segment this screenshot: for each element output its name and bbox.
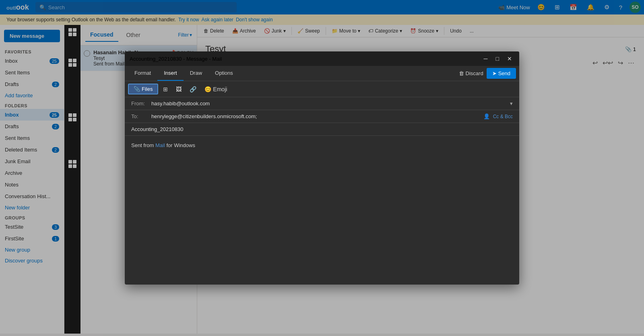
files-icon: 📎 — [134, 86, 140, 92]
from-field: From: hasy.habib@outlook.com ▾ — [125, 97, 519, 110]
discard-icon: 🗑 — [459, 70, 464, 76]
to-value: henrylegge@citizenbuilders.onmicrosoft.c… — [151, 113, 483, 119]
from-value: hasy.habib@outlook.com — [151, 100, 507, 107]
mail-link[interactable]: Mail — [155, 142, 165, 148]
send-icon: ➤ — [492, 70, 497, 76]
compose-content-area[interactable]: Sent from Mail for Windows — [125, 136, 519, 285]
compose-window-controls: ─ □ ✕ — [481, 55, 514, 63]
from-dropdown-icon[interactable]: ▾ — [510, 100, 513, 107]
table-button[interactable]: ⊞ — [160, 84, 171, 94]
cc-bcc-button[interactable]: Cc & Bcc — [493, 114, 513, 119]
compose-tab-draw[interactable]: Draw — [184, 66, 208, 81]
from-label: From: — [131, 100, 151, 107]
compose-titlebar: Accounting_20210830 - Message - Mail ─ □… — [125, 51, 519, 66]
image-button[interactable]: 🖼 — [173, 84, 185, 94]
discard-button[interactable]: 🗑 Discard — [459, 70, 483, 76]
compose-overlay: Accounting_20210830 - Message - Mail ─ □… — [0, 0, 644, 336]
to-label: To: — [131, 113, 151, 119]
emoji-button[interactable]: 😊 Emoji — [201, 84, 230, 94]
emoji-icon: 😊 — [204, 86, 211, 92]
subject-field[interactable]: Accounting_20210830 — [125, 123, 519, 136]
link-button[interactable]: 🔗 — [186, 84, 200, 94]
compose-signature: Sent from Mail for Windows — [131, 142, 513, 148]
compose-window: Accounting_20210830 - Message - Mail ─ □… — [125, 51, 519, 285]
compose-tabs: Format Insert Draw Options 🗑 Discard ➤ S… — [125, 66, 519, 81]
compose-minimize-button[interactable]: ─ — [481, 55, 490, 63]
compose-tab-format[interactable]: Format — [128, 66, 157, 81]
compose-maximize-button[interactable]: □ — [493, 55, 502, 63]
compose-close-button[interactable]: ✕ — [505, 55, 514, 63]
compose-toolbar: 📎 Files ⊞ 🖼 🔗 😊 Emoji — [125, 81, 519, 97]
compose-body: From: hasy.habib@outlook.com ▾ To: henry… — [125, 97, 519, 285]
to-field[interactable]: To: henrylegge@citizenbuilders.onmicroso… — [125, 110, 519, 123]
compose-tab-insert[interactable]: Insert — [157, 66, 184, 81]
compose-title: Accounting_20210830 - Message - Mail — [130, 56, 222, 62]
people-icon: 👤 — [483, 113, 490, 119]
files-button[interactable]: 📎 Files — [128, 84, 158, 94]
send-button[interactable]: ➤ Send — [487, 68, 516, 79]
compose-tab-options[interactable]: Options — [208, 66, 239, 81]
